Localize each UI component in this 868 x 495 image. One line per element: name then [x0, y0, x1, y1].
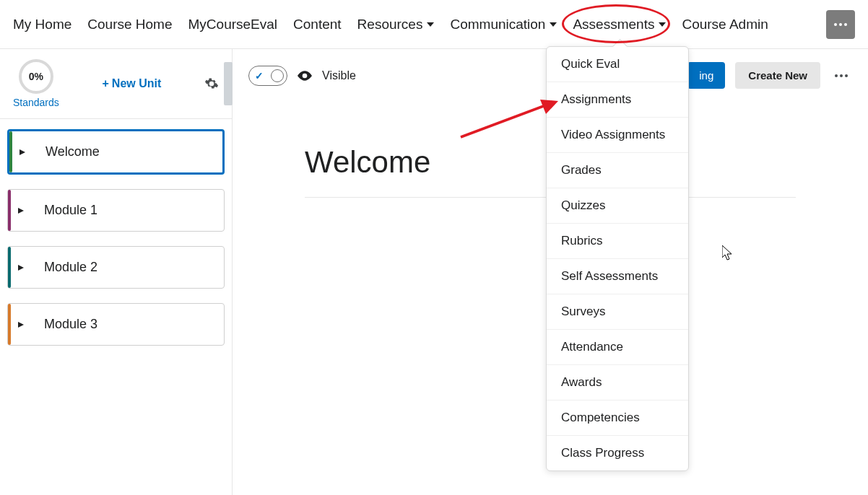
dd-video-assignments[interactable]: Video Assignments [547, 118, 688, 153]
primary-button-tail: ing [699, 69, 713, 82]
plus-icon: + [103, 77, 109, 90]
nav-mycourseeval[interactable]: MyCourseEval [188, 17, 278, 32]
unit-stripe [8, 190, 11, 231]
unit-stripe [8, 247, 11, 288]
dd-surveys[interactable]: Surveys [547, 294, 688, 330]
chevron-down-icon [427, 22, 434, 27]
nav-label: Course Home [87, 17, 172, 32]
dd-quizzes[interactable]: Quizzes [547, 188, 688, 224]
create-new-button[interactable]: Create New [735, 62, 820, 89]
dd-label: Surveys [561, 305, 605, 318]
dot-icon [839, 23, 842, 26]
nav-course-home[interactable]: Course Home [87, 17, 172, 32]
standards-link[interactable]: Standards [13, 97, 59, 108]
nav-assessments[interactable]: Assessments [573, 17, 666, 32]
sidebar-resize-handle[interactable] [224, 62, 233, 105]
dd-label: Assignments [561, 92, 631, 106]
nav-label: Communication [450, 17, 545, 32]
nav-more-button[interactable] [826, 10, 855, 39]
sidebar-unit-module3[interactable]: Module 3 [7, 303, 225, 346]
dd-label: Quizzes [561, 198, 605, 212]
progress-block[interactable]: 0% Standards [13, 59, 59, 108]
unit-label: Module 2 [34, 260, 97, 275]
dd-label: Quick Eval [561, 57, 620, 71]
dd-label: Grades [561, 163, 602, 177]
dd-quick-eval[interactable]: Quick Eval [547, 47, 688, 82]
unit-stripe [9, 131, 12, 172]
sidebar-header: 0% Standards + New Unit [0, 49, 232, 119]
nav-my-home[interactable]: My Home [13, 17, 71, 32]
dd-self-assessments[interactable]: Self Assessments [547, 259, 688, 294]
unit-label: Module 3 [34, 317, 97, 332]
nav-communication[interactable]: Communication [450, 17, 557, 32]
new-unit-label: New Unit [112, 77, 161, 90]
nav-label: Assessments [573, 17, 654, 32]
sidebar-unit-module1[interactable]: Module 1 [7, 189, 225, 232]
visibility-toggle[interactable]: ✓ [248, 66, 287, 86]
dd-label: Class Progress [561, 446, 644, 460]
nav-content[interactable]: Content [293, 17, 342, 32]
caret-right-icon [18, 208, 24, 214]
nav-label: MyCourseEval [188, 17, 278, 32]
nav-course-admin[interactable]: Course Admin [682, 17, 768, 32]
dd-grades[interactable]: Grades [547, 153, 688, 188]
nav-label: My Home [13, 17, 71, 32]
eye-icon [298, 71, 312, 81]
caret-right-icon [18, 265, 24, 271]
dd-label: Self Assessments [561, 269, 658, 283]
dd-class-progress[interactable]: Class Progress [547, 436, 688, 470]
dd-competencies[interactable]: Competencies [547, 400, 688, 436]
sidebar: 0% Standards + New Unit Welcome Module 1 [0, 49, 233, 495]
dd-label: Rubrics [561, 234, 603, 248]
gear-icon[interactable] [204, 76, 219, 91]
dd-attendance[interactable]: Attendance [547, 330, 688, 365]
unit-label: Module 1 [34, 203, 97, 218]
chevron-down-icon [550, 22, 557, 27]
dot-icon [835, 74, 838, 77]
toggle-knob [271, 69, 284, 82]
sidebar-unit-welcome[interactable]: Welcome [7, 129, 225, 175]
create-new-label: Create New [748, 69, 807, 82]
caret-right-icon [19, 149, 25, 155]
nav-label: Resources [357, 17, 423, 32]
dot-icon [845, 74, 848, 77]
nav-label: Course Admin [682, 17, 768, 32]
topnav: My Home Course Home MyCourseEval Content… [0, 0, 868, 49]
dot-icon [840, 74, 843, 77]
sidebar-unit-module2[interactable]: Module 2 [7, 246, 225, 289]
progress-circle: 0% [19, 59, 53, 94]
assessments-dropdown: Quick Eval Assignments Video Assignments… [546, 46, 689, 471]
dd-assignments[interactable]: Assignments [547, 82, 688, 118]
dd-rubrics[interactable]: Rubrics [547, 224, 688, 259]
dot-icon [844, 23, 847, 26]
primary-action-button[interactable]: ing [687, 62, 725, 89]
unit-list: Welcome Module 1 Module 2 Module 3 [0, 119, 232, 370]
dd-label: Awards [561, 375, 602, 389]
main-more-button[interactable] [830, 74, 852, 77]
progress-pct: 0% [29, 71, 43, 82]
dd-label: Video Assignments [561, 128, 665, 141]
unit-label: Welcome [35, 144, 100, 159]
dot-icon [834, 23, 837, 26]
visible-label: Visible [322, 69, 356, 82]
nav-label: Content [293, 17, 342, 32]
check-icon: ✓ [255, 70, 264, 82]
nav-resources[interactable]: Resources [357, 17, 435, 32]
dd-label: Competencies [561, 411, 640, 424]
unit-stripe [8, 304, 11, 345]
new-unit-button[interactable]: + New Unit [103, 77, 162, 90]
dd-label: Attendance [561, 340, 623, 354]
chevron-down-icon [659, 22, 666, 27]
dd-awards[interactable]: Awards [547, 365, 688, 400]
caret-right-icon [18, 322, 24, 328]
